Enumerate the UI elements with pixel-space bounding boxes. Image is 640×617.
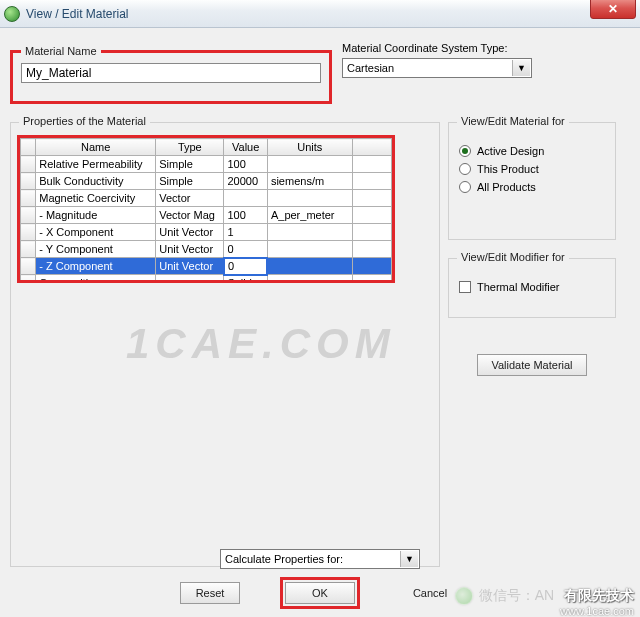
cell-extra[interactable] — [352, 258, 391, 275]
radio-label: All Products — [477, 181, 536, 193]
cell-type[interactable]: Unit Vector — [156, 258, 224, 275]
table-row[interactable]: Bulk ConductivitySimple20000siemens/m — [21, 173, 392, 190]
reset-button[interactable]: Reset — [180, 582, 240, 604]
calculate-properties-select[interactable]: Calculate Properties for: ▼ — [220, 549, 420, 569]
chevron-down-icon: ▼ — [400, 551, 418, 567]
cell-value[interactable] — [224, 190, 268, 207]
rowhead[interactable] — [21, 275, 36, 284]
cell-extra[interactable] — [352, 241, 391, 258]
cell-extra[interactable] — [352, 190, 391, 207]
cell-value[interactable]: Solid — [224, 275, 268, 284]
col-units[interactable]: Units — [267, 139, 352, 156]
cell-name[interactable]: Magnetic Coercivity — [36, 190, 156, 207]
rowhead[interactable] — [21, 173, 36, 190]
cell-name[interactable]: Relative Permeability — [36, 156, 156, 173]
properties-legend: Properties of the Material — [19, 115, 150, 127]
ok-highlight: OK — [280, 577, 360, 609]
cell-extra[interactable] — [352, 224, 391, 241]
cancel-button[interactable]: Cancel — [400, 583, 460, 603]
cell-value[interactable]: 1 — [224, 224, 268, 241]
rowhead[interactable] — [21, 258, 36, 275]
cell-units[interactable]: A_per_meter — [267, 207, 352, 224]
cell-value[interactable]: 0 — [224, 258, 268, 275]
validate-material-button[interactable]: Validate Material — [477, 354, 587, 376]
cell-units[interactable] — [267, 258, 352, 275]
cell-type[interactable]: Simple — [156, 173, 224, 190]
properties-table[interactable]: Name Type Value Units Relative Permeabil… — [20, 138, 392, 283]
col-value[interactable]: Value — [224, 139, 268, 156]
ok-button[interactable]: OK — [285, 582, 355, 604]
radio-label: This Product — [477, 163, 539, 175]
cell-extra[interactable] — [352, 275, 391, 284]
cell-units[interactable] — [267, 224, 352, 241]
cell-value[interactable]: 100 — [224, 207, 268, 224]
coord-type-value: Cartesian — [347, 62, 394, 74]
table-row[interactable]: Magnetic CoercivityVector — [21, 190, 392, 207]
cell-name[interactable]: - Magnitude — [36, 207, 156, 224]
radio-label: Active Design — [477, 145, 544, 157]
cell-units[interactable] — [267, 156, 352, 173]
table-row[interactable]: Relative PermeabilitySimple100 — [21, 156, 392, 173]
col-name[interactable]: Name — [36, 139, 156, 156]
cell-name[interactable]: - X Component — [36, 224, 156, 241]
radio-icon[interactable] — [459, 181, 471, 193]
cell-type[interactable]: Unit Vector — [156, 224, 224, 241]
radio-option[interactable]: Active Design — [459, 145, 605, 157]
rowhead[interactable] — [21, 156, 36, 173]
chevron-down-icon: ▼ — [512, 60, 530, 76]
thermal-modifier-checkbox[interactable] — [459, 281, 471, 293]
radio-icon[interactable] — [459, 145, 471, 157]
table-row[interactable]: - Y ComponentUnit Vector0 — [21, 241, 392, 258]
cell-name[interactable]: Composition — [36, 275, 156, 284]
window-title: View / Edit Material — [26, 7, 129, 21]
cell-type[interactable]: Vector Mag — [156, 207, 224, 224]
properties-group: Properties of the Material Name Type Val… — [10, 122, 440, 567]
thermal-modifier-label: Thermal Modifier — [477, 281, 560, 293]
table-header-row: Name Type Value Units — [21, 139, 392, 156]
cell-units[interactable]: siemens/m — [267, 173, 352, 190]
cell-type[interactable]: Vector — [156, 190, 224, 207]
cell-extra[interactable] — [352, 156, 391, 173]
cell-value[interactable]: 20000 — [224, 173, 268, 190]
cell-units[interactable] — [267, 241, 352, 258]
cell-units[interactable] — [267, 190, 352, 207]
col-type[interactable]: Type — [156, 139, 224, 156]
rowhead[interactable] — [21, 207, 36, 224]
material-name-label: Material Name — [21, 45, 101, 57]
close-button[interactable]: ✕ — [590, 0, 636, 19]
cell-units[interactable] — [267, 275, 352, 284]
cell-extra[interactable] — [352, 207, 391, 224]
rowhead-blank — [21, 139, 36, 156]
cell-type[interactable]: Unit Vector — [156, 241, 224, 258]
rowhead[interactable] — [21, 190, 36, 207]
table-row[interactable]: - X ComponentUnit Vector1 — [21, 224, 392, 241]
radio-option[interactable]: All Products — [459, 181, 605, 193]
titlebar: View / Edit Material ✕ — [0, 0, 640, 28]
cell-value[interactable]: 100 — [224, 156, 268, 173]
view-edit-for-group: View/Edit Material for Active DesignThis… — [448, 122, 616, 240]
material-name-group: Material Name — [10, 50, 332, 104]
cell-name[interactable]: - Y Component — [36, 241, 156, 258]
cell-name[interactable]: Bulk Conductivity — [36, 173, 156, 190]
cell-extra[interactable] — [352, 173, 391, 190]
rowhead[interactable] — [21, 241, 36, 258]
app-icon — [4, 6, 20, 22]
radio-option[interactable]: This Product — [459, 163, 605, 175]
rowhead[interactable] — [21, 224, 36, 241]
col-extra[interactable] — [352, 139, 391, 156]
modifier-group: View/Edit Modifier for Thermal Modifier — [448, 258, 616, 318]
coord-type-select[interactable]: Cartesian ▼ — [342, 58, 532, 78]
cell-type[interactable]: Simple — [156, 156, 224, 173]
table-row[interactable]: CompositionSolid — [21, 275, 392, 284]
table-row[interactable]: - MagnitudeVector Mag100A_per_meter — [21, 207, 392, 224]
close-icon: ✕ — [608, 2, 618, 16]
cell-value[interactable]: 0 — [224, 241, 268, 258]
cell-name[interactable]: - Z Component — [36, 258, 156, 275]
calculate-properties-label: Calculate Properties for: — [225, 553, 343, 565]
modifier-legend: View/Edit Modifier for — [457, 251, 569, 263]
table-row[interactable]: - Z ComponentUnit Vector0 — [21, 258, 392, 275]
view-edit-for-legend: View/Edit Material for — [457, 115, 569, 127]
cell-type[interactable] — [156, 275, 224, 284]
radio-icon[interactable] — [459, 163, 471, 175]
material-name-input[interactable] — [21, 63, 321, 83]
